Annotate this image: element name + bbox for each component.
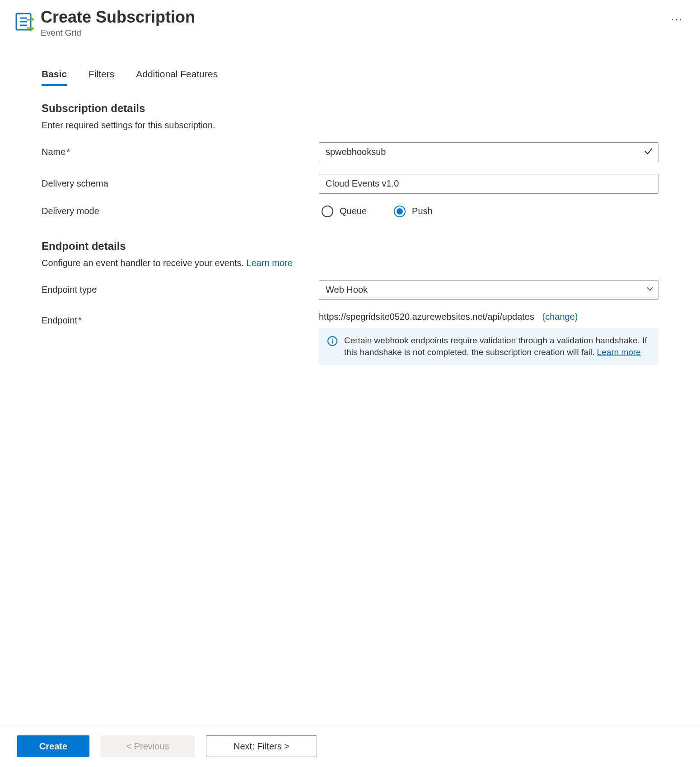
more-actions-button[interactable]: ···	[667, 13, 686, 25]
name-label: Name*	[42, 147, 319, 157]
tab-bar: Basic Filters Additional Features	[0, 65, 700, 86]
next-filters-button[interactable]: Next: Filters >	[206, 735, 317, 757]
tab-filters[interactable]: Filters	[89, 65, 114, 86]
delivery-mode-queue-radio[interactable]: Queue	[322, 206, 367, 217]
delivery-mode-push-radio[interactable]: Push	[394, 206, 433, 217]
subscription-icon	[14, 11, 35, 33]
endpoint-label: Endpoint*	[42, 312, 319, 365]
endpoint-type-select[interactable]: Web Hook	[319, 280, 658, 300]
endpoint-change-link[interactable]: change	[542, 312, 578, 322]
subscription-details-desc: Enter required settings for this subscri…	[42, 120, 658, 131]
wizard-footer: Create < Previous Next: Filters >	[0, 725, 700, 767]
delivery-schema-field[interactable]	[319, 174, 658, 194]
push-radio-label: Push	[412, 206, 433, 216]
tab-additional-features[interactable]: Additional Features	[136, 65, 218, 86]
subscription-details-heading: Subscription details	[42, 102, 658, 115]
endpoint-type-label: Endpoint type	[42, 285, 319, 295]
previous-button: < Previous	[100, 735, 195, 757]
queue-radio-label: Queue	[340, 206, 367, 216]
create-button[interactable]: Create	[17, 735, 89, 757]
info-icon	[327, 336, 338, 346]
delivery-schema-label: Delivery schema	[42, 178, 319, 189]
page-subtitle: Event Grid	[41, 28, 659, 38]
info-learn-more-link[interactable]: Learn more	[597, 347, 641, 357]
endpoint-url-text: https://spegridsite0520.azurewebsites.ne…	[319, 312, 534, 322]
endpoint-details-desc: Configure an event handler to receive yo…	[42, 258, 658, 268]
webhook-validation-info: Certain webhook endpoints require valida…	[319, 328, 658, 365]
name-input[interactable]	[319, 142, 658, 162]
endpoint-learn-more-link[interactable]: Learn more	[247, 258, 293, 268]
tab-basic[interactable]: Basic	[42, 65, 67, 86]
radio-unchecked-icon	[322, 206, 333, 217]
delivery-mode-label: Delivery mode	[42, 206, 319, 216]
radio-checked-icon	[394, 206, 406, 217]
svg-rect-6	[332, 340, 333, 343]
page-title: Create Subscription	[41, 8, 659, 26]
svg-point-5	[332, 338, 333, 340]
endpoint-details-heading: Endpoint details	[42, 240, 658, 253]
